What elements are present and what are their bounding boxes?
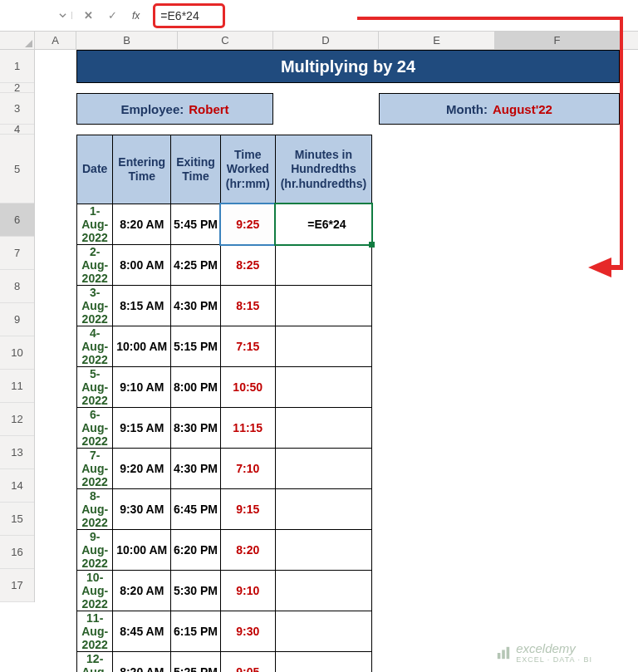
row-header-1[interactable]: 1 bbox=[0, 50, 34, 83]
watermark: exceldemy EXCEL · DATA · BI bbox=[496, 641, 592, 664]
enter-icon[interactable]: ✓ bbox=[108, 9, 117, 22]
cell-hundredths[interactable] bbox=[275, 326, 371, 367]
row-header-15[interactable]: 15 bbox=[0, 503, 34, 536]
cell-entering[interactable]: 9:15 AM bbox=[113, 408, 171, 449]
row-header-5[interactable]: 5 bbox=[0, 135, 34, 204]
cell-date[interactable]: 12-Aug-2022 bbox=[77, 652, 113, 673]
cell-exiting[interactable]: 4:30 PM bbox=[171, 286, 221, 326]
row-header-8[interactable]: 8 bbox=[0, 270, 34, 303]
cell-worked[interactable]: 7:15 bbox=[220, 326, 275, 367]
cell-hundredths[interactable] bbox=[275, 367, 371, 408]
row-header-17[interactable]: 17 bbox=[0, 569, 34, 602]
table-row: 5-Aug-20229:10 AM8:00 PM10:50 bbox=[77, 367, 372, 408]
cell-hundredths[interactable] bbox=[275, 530, 371, 571]
formula-bar-buttons: ✕ ✓ fx bbox=[72, 9, 151, 22]
col-header-B[interactable]: B bbox=[76, 32, 178, 49]
row-header-2[interactable]: 2 bbox=[0, 83, 34, 93]
cell-entering[interactable]: 10:00 AM bbox=[113, 530, 171, 571]
row-header-10[interactable]: 10 bbox=[0, 336, 34, 370]
row-header-16[interactable]: 16 bbox=[0, 536, 34, 569]
cell-worked[interactable]: 9:30 bbox=[220, 611, 275, 652]
cell-date[interactable]: 4-Aug-2022 bbox=[77, 326, 113, 367]
row-header-6[interactable]: 6 bbox=[0, 204, 34, 237]
table-row: 3-Aug-20228:15 AM4:30 PM8:15 bbox=[77, 286, 372, 326]
cell-exiting[interactable]: 8:30 PM bbox=[171, 408, 221, 449]
cell-hundredths[interactable] bbox=[275, 652, 371, 673]
cell-exiting[interactable]: 6:20 PM bbox=[171, 530, 221, 571]
select-all-triangle[interactable] bbox=[0, 32, 35, 49]
cell-exiting[interactable]: 4:25 PM bbox=[171, 245, 221, 286]
cell-date[interactable]: 5-Aug-2022 bbox=[77, 367, 113, 408]
grid: 1 2 3 4 5 6 7 8 9 10 11 12 13 14 15 16 1… bbox=[0, 50, 638, 602]
cell-hundredths[interactable] bbox=[275, 449, 371, 489]
cell-worked[interactable]: 8:15 bbox=[220, 286, 275, 326]
th-hundredths[interactable]: Minutes in Hundredths (hr.hundredths) bbox=[275, 135, 371, 204]
cell-entering[interactable]: 10:00 AM bbox=[113, 326, 171, 367]
cell-entering[interactable]: 8:15 AM bbox=[113, 286, 171, 326]
col-header-A[interactable]: A bbox=[35, 32, 76, 49]
cell-exiting[interactable]: 5:15 PM bbox=[171, 326, 221, 367]
cell-exiting[interactable]: 5:25 PM bbox=[171, 652, 221, 673]
cell-entering[interactable]: 9:20 AM bbox=[113, 449, 171, 489]
col-header-E[interactable]: E bbox=[379, 32, 495, 49]
cell-worked[interactable]: 8:25 bbox=[220, 245, 275, 286]
row-header-3[interactable]: 3 bbox=[0, 93, 34, 125]
cell-date[interactable]: 3-Aug-2022 bbox=[77, 286, 113, 326]
cell-date[interactable]: 9-Aug-2022 bbox=[77, 530, 113, 571]
cell-worked[interactable]: 8:20 bbox=[220, 530, 275, 571]
cell-worked[interactable]: 9:10 bbox=[220, 571, 275, 611]
cell-entering[interactable]: 8:00 AM bbox=[113, 245, 171, 286]
cell-hundredths[interactable] bbox=[275, 408, 371, 449]
cell-date[interactable]: 1-Aug-2022 bbox=[77, 204, 113, 245]
th-entering[interactable]: Entering Time bbox=[113, 135, 171, 204]
cell-hundredths[interactable] bbox=[275, 489, 371, 530]
cell-date[interactable]: 10-Aug-2022 bbox=[77, 571, 113, 611]
cell-hundredths[interactable] bbox=[275, 245, 371, 286]
cell-exiting[interactable]: 6:45 PM bbox=[171, 489, 221, 530]
cell-date[interactable]: 6-Aug-2022 bbox=[77, 408, 113, 449]
fx-icon[interactable]: fx bbox=[132, 10, 140, 22]
cell-entering[interactable]: 8:20 AM bbox=[113, 571, 171, 611]
cell-entering[interactable]: 9:30 AM bbox=[113, 489, 171, 530]
cell-date[interactable]: 11-Aug-2022 bbox=[77, 611, 113, 652]
row-header-7[interactable]: 7 bbox=[0, 237, 34, 270]
cell-exiting[interactable]: 5:30 PM bbox=[171, 571, 221, 611]
row-header-9[interactable]: 9 bbox=[0, 303, 34, 336]
cell-exiting[interactable]: 5:45 PM bbox=[171, 204, 221, 245]
th-exiting[interactable]: Exiting Time bbox=[171, 135, 221, 204]
cell-exiting[interactable]: 6:15 PM bbox=[171, 611, 221, 652]
row-header-12[interactable]: 12 bbox=[0, 403, 34, 436]
cell-worked[interactable]: 9:15 bbox=[220, 489, 275, 530]
row-header-14[interactable]: 14 bbox=[0, 469, 34, 503]
cell-worked[interactable]: 9:25 bbox=[220, 204, 275, 245]
th-date[interactable]: Date bbox=[77, 135, 113, 204]
cell-exiting[interactable]: 8:00 PM bbox=[171, 367, 221, 408]
row-header-11[interactable]: 11 bbox=[0, 370, 34, 403]
cell-entering[interactable]: 8:20 AM bbox=[113, 652, 171, 673]
cell-entering[interactable]: 9:10 AM bbox=[113, 367, 171, 408]
cell-entering[interactable]: 8:20 AM bbox=[113, 204, 171, 245]
cell-entering[interactable]: 8:45 AM bbox=[113, 611, 171, 652]
row-header-13[interactable]: 13 bbox=[0, 436, 34, 469]
th-worked[interactable]: Time Worked (hr:mm) bbox=[220, 135, 275, 204]
col-header-D[interactable]: D bbox=[273, 32, 379, 49]
cell-date[interactable]: 8-Aug-2022 bbox=[77, 489, 113, 530]
cell-hundredths[interactable]: =E6*24 bbox=[275, 204, 371, 245]
table-row: 12-Aug-20228:20 AM5:25 PM9:05 bbox=[77, 652, 372, 673]
cell-hundredths[interactable] bbox=[275, 611, 371, 652]
cell-hundredths[interactable] bbox=[275, 286, 371, 326]
cell-hundredths[interactable] bbox=[275, 571, 371, 611]
cell-worked[interactable]: 9:05 bbox=[220, 652, 275, 673]
cell-worked[interactable]: 7:10 bbox=[220, 449, 275, 489]
cell-worked[interactable]: 10:50 bbox=[220, 367, 275, 408]
row-header-4[interactable]: 4 bbox=[0, 125, 34, 135]
cell-exiting[interactable]: 4:30 PM bbox=[171, 449, 221, 489]
formula-input[interactable]: =E6*24 bbox=[153, 3, 224, 28]
cell-date[interactable]: 2-Aug-2022 bbox=[77, 245, 113, 286]
cell-date[interactable]: 7-Aug-2022 bbox=[77, 449, 113, 489]
cancel-icon[interactable]: ✕ bbox=[84, 9, 93, 22]
cell-worked[interactable]: 11:15 bbox=[220, 408, 275, 449]
name-box[interactable] bbox=[10, 12, 72, 19]
col-header-C[interactable]: C bbox=[178, 32, 273, 49]
col-header-F[interactable]: F bbox=[495, 32, 620, 49]
